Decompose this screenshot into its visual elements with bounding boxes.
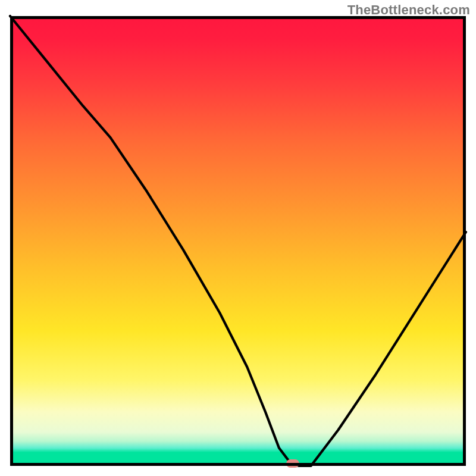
plot-area [10, 16, 466, 466]
chart-container: TheBottleneck.com [0, 0, 476, 476]
optimal-marker [286, 459, 299, 468]
watermark-label: TheBottleneck.com [347, 2, 470, 18]
bottleneck-curve [10, 16, 466, 466]
